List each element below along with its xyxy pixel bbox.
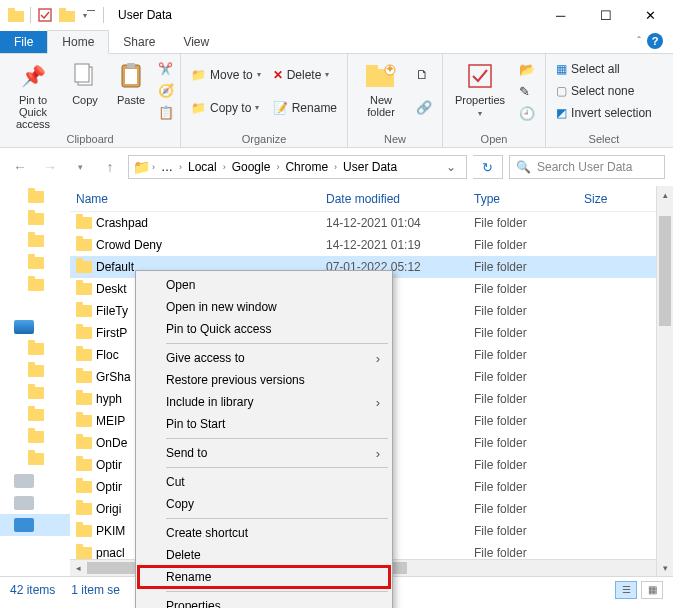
menu-item-open[interactable]: Open xyxy=(138,274,390,296)
properties-button[interactable]: Properties ▾ xyxy=(449,58,511,120)
menu-item-open-in-new-window[interactable]: Open in new window xyxy=(138,296,390,318)
back-button[interactable]: ← xyxy=(8,155,32,179)
view-large-button[interactable]: ▦ xyxy=(641,581,663,599)
col-type[interactable]: Type xyxy=(474,192,584,206)
scroll-thumb[interactable] xyxy=(659,216,671,326)
menu-item-pin-to-quick-access[interactable]: Pin to Quick access xyxy=(138,318,390,340)
breadcrumb-segment[interactable]: Local xyxy=(184,160,221,174)
folder-icon[interactable] xyxy=(28,279,44,291)
scroll-up-icon[interactable]: ▴ xyxy=(657,186,673,203)
table-row[interactable]: Crashpad14-12-2021 01:04File folder xyxy=(70,212,673,234)
view-details-button[interactable]: ☰ xyxy=(615,581,637,599)
new-folder-button[interactable]: ✦ New folder xyxy=(354,58,408,118)
recent-dropdown[interactable]: ▾ xyxy=(68,155,92,179)
breadcrumb-segment[interactable]: User Data xyxy=(339,160,401,174)
cut-icon[interactable]: ✂️ xyxy=(158,62,174,76)
menu-item-create-shortcut[interactable]: Create shortcut xyxy=(138,522,390,544)
paste-button[interactable]: Paste xyxy=(110,58,152,106)
up-button[interactable]: ↑ xyxy=(98,155,122,179)
copy-to-button[interactable]: 📁Copy to▾ xyxy=(187,97,265,119)
col-size[interactable]: Size xyxy=(584,192,634,206)
qat-dropdown-icon[interactable]: ▾ xyxy=(79,4,99,26)
breadcrumb-segment[interactable]: Google xyxy=(228,160,275,174)
folder-icon[interactable] xyxy=(28,365,44,377)
help-icon[interactable]: ? xyxy=(647,33,663,49)
chevron-right-icon[interactable]: › xyxy=(223,162,226,172)
this-pc-icon[interactable] xyxy=(14,320,34,334)
folder-icon[interactable] xyxy=(28,257,44,269)
edit-button[interactable]: ✎ xyxy=(515,80,539,102)
scrollbar-vertical[interactable]: ▴ ▾ xyxy=(656,186,673,576)
open-button[interactable]: 📂 xyxy=(515,58,539,80)
chevron-right-icon[interactable]: › xyxy=(276,162,279,172)
menu-item-delete[interactable]: Delete xyxy=(138,544,390,566)
rename-button[interactable]: 📝Rename xyxy=(269,97,341,119)
move-to-button[interactable]: 📁Move to▾ xyxy=(187,64,265,86)
chevron-right-icon[interactable]: › xyxy=(152,162,155,172)
delete-button[interactable]: ✕Delete▾ xyxy=(269,64,341,86)
folder-icon[interactable] xyxy=(28,431,44,443)
table-row[interactable]: Crowd Deny14-12-2021 01:19File folder xyxy=(70,234,673,256)
menu-item-send-to[interactable]: Send to xyxy=(138,442,390,464)
svg-rect-2 xyxy=(39,9,51,21)
refresh-button[interactable]: ↻ xyxy=(473,155,503,179)
breadcrumb-segment[interactable]: Chrome xyxy=(281,160,332,174)
drive-icon[interactable] xyxy=(14,496,34,510)
select-all-button[interactable]: ▦Select all xyxy=(552,58,656,80)
scroll-down-icon[interactable]: ▾ xyxy=(657,559,673,576)
select-none-button[interactable]: ▢Select none xyxy=(552,80,656,102)
menu-item-cut[interactable]: Cut xyxy=(138,471,390,493)
folder-icon[interactable] xyxy=(28,191,44,203)
new-item-button[interactable]: 🗋 xyxy=(412,64,436,86)
tab-home[interactable]: Home xyxy=(47,30,109,54)
column-headers[interactable]: Name Date modified Type Size xyxy=(70,186,673,212)
folder-icon[interactable] xyxy=(57,4,77,26)
breadcrumb[interactable]: 📁 › … › Local › Google › Chrome › User D… xyxy=(128,155,467,179)
folder-icon[interactable] xyxy=(28,213,44,225)
chevron-right-icon[interactable]: › xyxy=(179,162,182,172)
copy-path-icon[interactable]: 🧭 xyxy=(158,83,174,98)
paste-shortcut-icon[interactable]: 📋 xyxy=(158,105,174,120)
menu-item-properties[interactable]: Properties xyxy=(138,595,390,608)
pin-to-quick-access-button[interactable]: 📌 Pin to Quick access xyxy=(6,58,60,130)
menu-item-restore-previous-versions[interactable]: Restore previous versions xyxy=(138,369,390,391)
file-date: 14-12-2021 01:04 xyxy=(326,216,474,230)
menu-item-include-in-library[interactable]: Include in library xyxy=(138,391,390,413)
copy-button[interactable]: Copy xyxy=(64,58,106,106)
folder-icon[interactable] xyxy=(28,409,44,421)
breadcrumb-ellipsis[interactable]: … xyxy=(157,160,177,174)
menu-item-give-access-to[interactable]: Give access to xyxy=(138,347,390,369)
chevron-right-icon[interactable]: › xyxy=(334,162,337,172)
drive-icon[interactable] xyxy=(14,474,34,488)
history-button[interactable]: 🕘 xyxy=(515,102,539,124)
file-type: File folder xyxy=(474,216,584,230)
group-clipboard: 📌 Pin to Quick access Copy Paste ✂️ 🧭 📋 … xyxy=(0,54,181,147)
drive-icon[interactable] xyxy=(14,518,34,532)
qat-properties-icon[interactable] xyxy=(35,4,55,26)
ribbon-collapse[interactable]: ˆ ? xyxy=(627,29,673,53)
menu-item-rename[interactable]: Rename xyxy=(138,566,390,588)
folder-icon[interactable] xyxy=(28,387,44,399)
menu-item-copy[interactable]: Copy xyxy=(138,493,390,515)
folder-icon[interactable] xyxy=(28,235,44,247)
invert-selection-button[interactable]: ◩Invert selection xyxy=(552,102,656,124)
forward-button[interactable]: → xyxy=(38,155,62,179)
col-name[interactable]: Name xyxy=(76,192,326,206)
minimize-button[interactable]: ─ xyxy=(538,0,583,30)
col-date[interactable]: Date modified xyxy=(326,192,474,206)
svg-rect-8 xyxy=(125,69,137,84)
tab-view[interactable]: View xyxy=(169,31,223,53)
close-button[interactable]: ✕ xyxy=(628,0,673,30)
easy-access-button[interactable]: 🔗 xyxy=(412,97,436,119)
menu-item-pin-to-start[interactable]: Pin to Start xyxy=(138,413,390,435)
tab-share[interactable]: Share xyxy=(109,31,169,53)
maximize-button[interactable]: ☐ xyxy=(583,0,628,30)
breadcrumb-dropdown[interactable]: ⌄ xyxy=(440,160,462,174)
tab-file[interactable]: File xyxy=(0,31,47,53)
search-input[interactable]: 🔍 Search User Data xyxy=(509,155,665,179)
scroll-left-icon[interactable]: ◂ xyxy=(70,560,87,576)
nav-tree[interactable] xyxy=(0,186,70,576)
folder-icon[interactable] xyxy=(28,453,44,465)
folder-icon[interactable] xyxy=(28,343,44,355)
file-type: File folder xyxy=(474,546,584,559)
